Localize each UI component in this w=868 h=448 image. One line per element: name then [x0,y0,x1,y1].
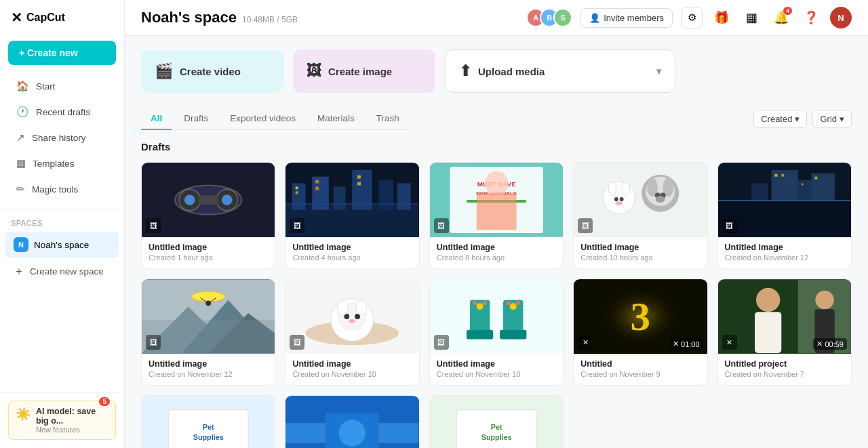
svg-rect-14 [316,186,319,190]
svg-point-5 [222,195,233,205]
svg-rect-21 [285,203,418,205]
card-info: Untitled image Created on November 12 [718,237,851,268]
svg-point-38 [608,182,616,195]
card-thumbnail: Pet Supplies 🖼 [430,396,563,448]
svg-point-40 [614,197,618,201]
card-type-icon: 🖼 [146,335,161,350]
ai-model-title: AI model: save big o... [36,407,108,426]
ai-model-card[interactable]: ☀️ AI model: save big o... New features … [8,401,116,440]
page-title: Noah's space [141,9,237,26]
view-mode-button[interactable]: Grid ▾ [812,110,852,128]
svg-point-39 [622,182,630,195]
avatar: S [553,8,572,27]
share-icon: ↗ [16,131,25,144]
page-header: Noah's space 10.48MB / 5GB A B S 👤 Invit… [125,0,868,36]
nav-start[interactable]: 🏠 Start [5,74,119,98]
card-title: Untitled image [292,243,412,252]
card-type-icon: 🖼 [434,218,449,233]
table-row[interactable]: 🖼 Untitled image Created 4 hours ago [285,162,419,269]
svg-text:Pet: Pet [203,423,214,431]
templates-icon: ▦ [16,157,26,169]
nav-share-history[interactable]: ↗ Share history [5,125,119,150]
invite-members-button[interactable]: 👤 Invite members [580,8,673,28]
svg-point-37 [603,182,635,213]
table-row[interactable]: 🖼 Untitled image Created 1 hour ago [141,162,275,269]
tab-materials[interactable]: Materials [308,108,364,130]
svg-rect-28 [477,193,517,230]
card-type-icon: 🖼 [290,218,304,233]
svg-rect-29 [574,163,707,237]
template-button[interactable]: ▦ [741,7,762,28]
settings-button[interactable]: ⚙ [681,7,703,28]
svg-point-82 [507,301,511,305]
content-tabs: All Drafts Exported videos Materials Tra… [141,108,409,130]
card-info: Untitled image Created on November 10 [430,354,563,385]
svg-rect-15 [334,186,346,209]
card-type-icon: 🖼 [290,335,304,350]
nav-templates[interactable]: ▦ Templates [5,151,119,176]
help-icon: ❓ [804,10,818,25]
user-avatar[interactable]: N [830,7,852,28]
ai-model-text: AI model: save big o... New features [36,407,108,434]
tab-trash[interactable]: Trash [367,108,409,130]
sidebar-divider [0,209,124,209]
tab-drafts[interactable]: Drafts [174,108,218,130]
main-content: Noah's space 10.48MB / 5GB A B S 👤 Invit… [125,0,868,448]
svg-rect-18 [357,182,361,185]
table-row[interactable]: MUST HAVE NEW ARRIVALS 🖼 Untitled image … [429,162,564,269]
create-image-button[interactable]: 🖼 Create image [293,49,435,93]
table-row[interactable]: 🖼 Untitled image Created on November 12 [141,279,275,386]
svg-text:Pet: Pet [491,423,502,431]
card-thumbnail: 🖼 [718,163,851,237]
table-row[interactable]: Pet Supplies 🖼 Untitled image Created on… [141,395,275,448]
table-row[interactable]: 3 ✕ ✕ 01:00 Untitled Created on November… [573,279,707,386]
upload-media-label: Upload media [478,66,545,77]
card-title: Untitled project [725,359,844,369]
sidebar: ✕ CapCut + Create new 🏠 Start 🕐 Recent d… [0,0,125,448]
space-avatar: N [14,237,28,252]
template-icon: ▦ [746,10,757,25]
table-row[interactable]: 🖼 Untitled image Created 10 hours ago [573,162,707,269]
card-date: Created on November 7 [725,370,844,378]
card-type-icon: ✕ [578,335,593,350]
create-video-button[interactable]: 🎬 Create video [141,49,283,93]
create-new-button[interactable]: + Create new [8,41,116,65]
chevron-down-icon: ▾ [795,114,800,124]
card-date: Created 4 hours ago [292,253,412,262]
invite-label: Invite members [604,13,664,23]
tab-all[interactable]: All [141,108,172,130]
nav-magic-tools[interactable]: ✏ Magic tools [5,177,119,201]
svg-rect-90 [755,312,781,353]
notifications-button[interactable]: 🔔 4 [770,7,792,28]
gift-button[interactable]: 🎁 [711,7,732,28]
help-button[interactable]: ❓ [800,7,822,28]
view-label: Grid [820,114,837,124]
card-info: Untitled image Created 8 hours ago [430,237,563,268]
card-title: Untitled image [149,243,268,252]
table-row[interactable]: Pet Supplies 🖼 Untitled image Created on… [429,395,564,448]
upload-media-button[interactable]: ⬆ Upload media ▾ [445,49,675,93]
card-info: Untitled image Created 4 hours ago [285,237,418,268]
table-row[interactable]: 🖼 Untitled image Created on November 12 [717,162,852,269]
table-row[interactable]: ✕ ✕ 00:59 Untitled project Created on No… [717,279,852,386]
ai-model-subtitle: New features [36,426,108,434]
create-new-space-button[interactable]: ＋ Create new space [5,259,119,284]
table-row[interactable]: 🖼 Untitled image Created on November 7 [285,395,419,448]
sort-by-button[interactable]: Created ▾ [753,110,807,128]
member-avatars: A B S [526,8,572,27]
card-date: Created on November 12 [725,253,844,262]
quick-actions-bar: 🎬 Create video 🖼 Create image ⬆ Upload m… [141,49,852,93]
svg-point-72 [356,300,367,315]
table-row[interactable]: 🖼 Untitled image Created on November 10 [429,279,564,386]
storage-info: 10.48MB / 5GB [242,15,298,24]
create-space-label: Create new space [30,266,104,277]
sidebar-item-noahs-space[interactable]: N Noah's space [5,232,119,258]
table-row[interactable]: 🖼 Untitled image Created on November 10 [285,279,419,386]
svg-point-89 [756,288,780,312]
nav-recent-drafts[interactable]: 🕐 Recent drafts [5,100,119,124]
nav-templates-label: Templates [33,159,75,169]
svg-text:3: 3 [631,294,650,339]
nav-magic-tools-label: Magic tools [32,184,78,195]
svg-point-71 [338,300,349,315]
tab-exported[interactable]: Exported videos [220,108,305,130]
